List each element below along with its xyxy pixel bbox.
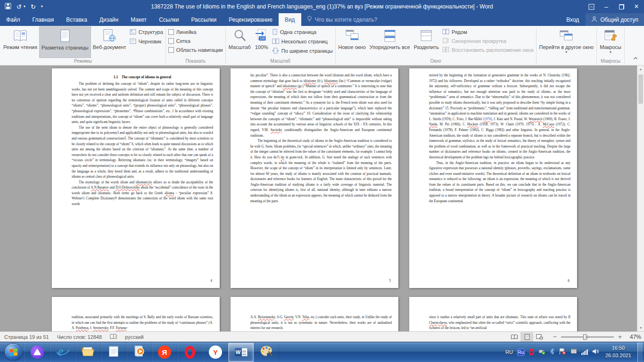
read-mode-view-button[interactable] [508, 332, 520, 342]
taskbar-opera-button[interactable] [177, 343, 203, 362]
ribbon-tab[interactable]: Дизайн [93, 13, 124, 26]
collapse-ribbon-icon[interactable] [633, 53, 638, 62]
taskbar-alice-button[interactable] [25, 343, 50, 362]
zoom-button[interactable]: Масштаб [227, 26, 253, 58]
sign-in-button[interactable]: Вход [560, 13, 586, 26]
usb-safely-remove-icon[interactable] [538, 348, 545, 357]
split-button[interactable]: Разделить [412, 26, 441, 58]
zoom-out-icon[interactable]: − [553, 334, 557, 340]
document-page[interactable]: A.A. Reformatsky, S.G. Gavrin, V.N. Teli… [231, 297, 398, 331]
language-indicator[interactable]: русский [125, 334, 143, 340]
taskbar-internet-explorer-button[interactable]: e [50, 343, 75, 362]
zoom-thumb[interactable] [583, 334, 586, 340]
ribbon-tab[interactable]: Главная [26, 13, 60, 26]
zoom-100-button[interactable]: 100 100% [253, 26, 271, 58]
zoom-percentage[interactable]: 47% [626, 334, 641, 340]
redo-icon[interactable]: ↻ [31, 4, 36, 10]
taskbar-notepad-button[interactable] [101, 343, 126, 362]
view-side-by-side-button[interactable]: Рядом [442, 29, 534, 35]
web-layout-view-button[interactable] [533, 332, 546, 342]
outline-view-button[interactable]: Структура [130, 29, 163, 36]
undo-dropdown-icon[interactable]: ▾ [24, 5, 25, 8]
minimize-button[interactable]: – [599, 0, 614, 13]
taskbar-file-explorer-button[interactable] [75, 343, 101, 362]
document-page[interactable]: terized by the beginning of the formatio… [409, 68, 577, 288]
taskbar-yandex-browser-button[interactable]: Y [203, 343, 228, 362]
page-width-button[interactable]: По ширине страницы [272, 48, 333, 55]
taskbar-media-player-button[interactable] [126, 343, 152, 362]
scrollbar-thumb[interactable] [638, 74, 643, 104]
ribbon-tab[interactable]: Рецензирование [223, 13, 279, 26]
bluetooth-icon[interactable] [550, 348, 554, 357]
scroll-up-icon[interactable]: ▲ [637, 66, 644, 73]
zoom-track[interactable] [561, 337, 614, 337]
window-title: 1387228 The use of Idioms in the English… [0, 3, 644, 10]
ribbon-tab[interactable]: Файл [0, 13, 26, 26]
customize-quick-access-icon[interactable]: ▾ [41, 5, 43, 8]
punto-switcher-icon[interactable]: Ru [517, 349, 525, 356]
paragraph[interactable]: The etymology of the words idiom and idi… [72, 180, 213, 207]
paragraph[interactable]: Thus, in the Anglo-American tradition, i… [429, 161, 570, 205]
taskbar-paint-button[interactable] [254, 343, 279, 362]
macros-button[interactable]: Макросы ▾ [598, 26, 623, 58]
draft-view-button[interactable]: Черновик [130, 38, 163, 45]
ribbon-tab[interactable]: Макет [124, 13, 153, 26]
one-page-button[interactable]: Одна страница [272, 29, 333, 36]
language-indicator-tray[interactable]: RU [505, 349, 513, 355]
vertical-scrollbar[interactable]: ▲ ▼ [637, 66, 644, 331]
action-center-flag-icon[interactable] [559, 348, 566, 357]
tell-me-box[interactable]: Что вы хотите сделать? [301, 13, 383, 26]
scroll-down-icon[interactable]: ▼ [637, 324, 644, 331]
paragraph[interactable]: lar, peculiar”. There is also a connecti… [250, 73, 392, 139]
restore-button[interactable] [614, 0, 629, 13]
paragraph[interactable]: A.A. Reformatsky, S.G. Gavrin, V.N. Teli… [250, 315, 392, 331]
read-mode-button[interactable]: Режим чтения [1, 26, 39, 58]
save-icon[interactable] [5, 3, 11, 10]
zoom-in-icon[interactable]: + [618, 334, 622, 340]
share-button[interactable]: Общий доступ [586, 13, 644, 26]
paragraph[interactable]: tradition, associated primarily with the… [72, 315, 213, 331]
print-layout-view-button[interactable] [520, 332, 533, 342]
arrange-all-button[interactable]: Упорядочить все [368, 26, 412, 58]
opera-tray-icon[interactable] [529, 349, 534, 355]
paragraph[interactable]: The problem of defining the concept of “… [72, 82, 213, 125]
document-page[interactable]: tradition, associated primarily with the… [52, 297, 220, 331]
gridlines-checkbox[interactable]: Сетка [168, 38, 223, 44]
ruler-checkbox[interactable]: Линейка [168, 29, 223, 35]
undo-icon[interactable]: ↺ [17, 4, 22, 10]
windows-update-icon[interactable] [570, 348, 577, 356]
ribbon-tab[interactable]: Вставка [60, 13, 93, 26]
document-page[interactable]: 1.1 The concept of idioms in general The… [52, 68, 220, 288]
ribbon-tab[interactable]: Рассылки [185, 13, 223, 26]
start-button[interactable] [4, 343, 22, 361]
switch-windows-button[interactable]: Перейти в другое окно ▾ [537, 26, 596, 58]
page-indicator[interactable]: Страница 19 из 51 [4, 334, 49, 340]
proofing-icon[interactable] [110, 334, 117, 340]
person-icon [591, 16, 597, 24]
ribbon-tabs: ФайлГлавнаяВставкаДизайнМакетСсылкиРассы… [0, 13, 301, 26]
document-page[interactable]: lar, peculiar”. There is also a connecti… [231, 68, 398, 288]
ribbon-tab[interactable]: Ссылки [153, 13, 185, 26]
multiple-pages-button[interactable]: Несколько страниц [272, 38, 333, 45]
close-button[interactable]: × [629, 0, 644, 13]
taskbar-yandex-button[interactable]: Я [152, 343, 177, 362]
section-heading[interactable]: 1.1 The concept of idioms in general [72, 75, 213, 79]
word-count[interactable]: Число слов: 12848 [57, 334, 102, 340]
document-area: 1.1 The concept of idioms in general The… [0, 66, 644, 331]
ribbon-display-options-icon[interactable] [584, 0, 599, 13]
navigation-pane-checkbox[interactable]: Область навигации [168, 47, 223, 53]
web-layout-button[interactable]: Веб-документ [91, 26, 128, 58]
print-layout-button[interactable]: Разметка страницы [39, 26, 91, 58]
volume-icon[interactable] [592, 348, 599, 356]
taskbar-word-button[interactable]: W [228, 343, 254, 362]
ribbon-tab[interactable]: Вид [279, 13, 301, 26]
paragraph[interactable]: terized by the beginning of the formatio… [429, 73, 570, 161]
paragraph[interactable]: since it studies a relatively small part… [429, 315, 570, 331]
paragraph[interactable]: The beginning of the theoretical study o… [250, 139, 392, 204]
new-window-button[interactable]: Новое окно [337, 26, 368, 58]
clock[interactable]: 16:50 26.03.2021 [605, 345, 631, 360]
paragraph[interactable]: The use of the term idiom to denote the … [72, 125, 213, 180]
network-signal-icon[interactable] [581, 349, 588, 355]
document-page[interactable]: since it studies a relatively small part… [409, 297, 577, 331]
show-desktop-button[interactable] [637, 342, 643, 362]
